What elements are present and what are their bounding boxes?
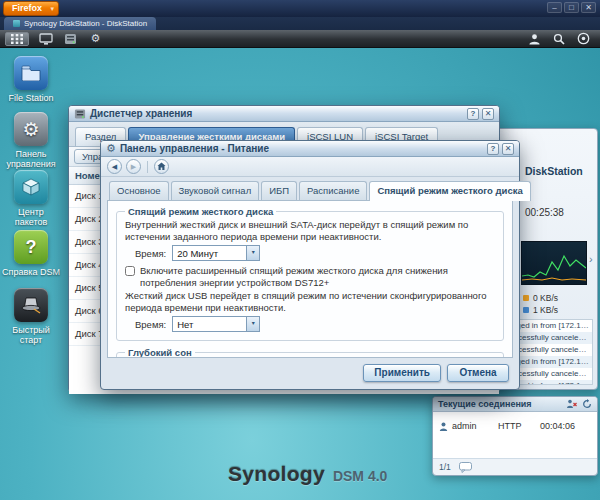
user-icon[interactable] <box>528 33 541 45</box>
dsm-help-icon: ? <box>14 230 48 264</box>
taskbar-control-panel-button[interactable]: ⚙ <box>87 32 104 46</box>
firefox-menu-button[interactable]: Firefox ▾ <box>3 1 59 16</box>
taskbar-storage-manager-button[interactable] <box>62 32 79 46</box>
dsm-taskbar: ⚙ <box>0 30 600 48</box>
download-dot-icon <box>523 307 529 313</box>
browser-tabbar: Synology DiskStation - DiskStation <box>0 17 600 30</box>
extended-hibernation-row: Включите расширенный спящий режим жестко… <box>125 265 495 288</box>
main-menu-button[interactable] <box>5 32 29 46</box>
apply-button[interactable]: Применить <box>363 364 441 382</box>
hibernation-panel: Спящий режим жесткого диска Внутренний ж… <box>107 200 513 358</box>
connections-header-icons <box>566 399 592 409</box>
extended-hibernation-label: Включите расширенный спящий режим жестко… <box>140 265 495 288</box>
net-upload-legend: 0 KB/s <box>523 293 558 303</box>
chat-bubble-icon[interactable] <box>459 462 472 473</box>
minimize-button[interactable]: – <box>547 2 562 13</box>
storage-manager-icon <box>74 108 86 120</box>
net-download-legend: 1 KB/s <box>523 305 558 315</box>
extended-hibernation-checkbox[interactable] <box>125 266 135 276</box>
show-desktop-icon <box>39 33 53 45</box>
cancel-button[interactable]: Отмена <box>447 364 509 382</box>
control-panel-titlebar[interactable]: ⚙ Панель управления - Питание ? ✕ <box>101 141 519 157</box>
time-label: Время: <box>135 319 166 330</box>
window-title: Диспетчер хранения <box>90 108 192 119</box>
disconnect-user-icon[interactable] <box>566 399 577 409</box>
tab-schedule[interactable]: Расписание <box>299 181 367 200</box>
hdd-hibernation-legend: Спящий режим жесткого диска <box>125 206 276 217</box>
back-button[interactable]: ◀ <box>107 159 122 174</box>
desktop-icon-label: Панель управления <box>6 149 55 169</box>
notifications-icon[interactable] <box>577 32 590 45</box>
usb-hibernation-text: Жесткий диск USB перейдет в спящий режим… <box>125 290 495 313</box>
usb-time-select[interactable]: Нет ▾ <box>172 316 260 332</box>
main-menu-grid-icon <box>11 34 23 44</box>
desktop-icon-label: Справка DSM <box>2 267 60 277</box>
browser-window-controls: – □ ✕ <box>547 2 596 13</box>
desktop-icon-label: Центр пакетов <box>15 207 47 227</box>
dsm-logo: Synology DSM 4.0 <box>228 462 387 486</box>
network-chart <box>521 241 587 285</box>
control-panel-window: ⚙ Панель управления - Питание ? ✕ ◀ ▶ Ос… <box>100 140 520 390</box>
desktop-icon-dsm-help[interactable]: ? Справка DSM <box>2 230 60 277</box>
window-title: Панель управления - Питание <box>120 143 269 154</box>
storage-manager-icon <box>64 33 77 45</box>
tab-beep-control[interactable]: Звуковой сигнал <box>171 181 260 200</box>
control-panel-icon: ⚙ <box>14 112 48 146</box>
file-station-icon <box>14 56 48 90</box>
desktop-icon-file-station[interactable]: File Station <box>2 56 60 103</box>
close-button[interactable]: ✕ <box>581 2 596 13</box>
package-center-icon <box>14 170 48 204</box>
usb-time-row: Время: Нет ▾ <box>125 316 495 332</box>
deep-sleep-group: Глубокий сон Включите режим глубокого сн… <box>116 347 504 358</box>
internal-time-row: Время: 20 Минут ▾ <box>125 245 495 261</box>
dialog-buttons: Применить Отмена <box>363 364 509 382</box>
help-button[interactable]: ? <box>467 108 479 120</box>
desktop-icon-label: Быстрый старт <box>12 325 50 345</box>
connections-title: Текущие соединения <box>438 399 532 409</box>
desktop-icon-control-panel[interactable]: ⚙ Панель управления <box>2 112 60 170</box>
brand-name: Synology <box>228 462 325 486</box>
browser-titlebar: Firefox ▾ – □ ✕ <box>0 0 600 17</box>
power-tabs: Основное Звуковой сигнал ИБП Расписание … <box>107 181 513 200</box>
taskbar-right-icons <box>528 32 595 45</box>
storage-titlebar[interactable]: Диспетчер хранения ? ✕ <box>69 106 499 122</box>
upload-dot-icon <box>523 295 529 301</box>
question-mark-icon: ? <box>26 237 37 258</box>
chevron-right-icon[interactable]: › <box>589 253 593 265</box>
tab-general[interactable]: Основное <box>109 181 169 200</box>
browser-tab[interactable]: Synology DiskStation - DiskStation <box>4 17 156 30</box>
forward-button[interactable]: ▶ <box>126 159 141 174</box>
desktop-icon-label: File Station <box>8 93 53 103</box>
connection-row[interactable]: admin HTTP 00:04:06 <box>433 421 597 431</box>
maximize-button[interactable]: □ <box>564 2 579 13</box>
help-button[interactable]: ? <box>487 143 499 155</box>
tab-ups[interactable]: ИБП <box>261 181 297 200</box>
close-button[interactable]: ✕ <box>502 143 514 155</box>
desktop-icon-quick-start[interactable]: Быстрый старт <box>2 288 60 346</box>
connections-footer: 1/1 <box>433 458 597 475</box>
dsm-version: DSM 4.0 <box>333 468 387 484</box>
uptime-value: 00:25:38 <box>525 207 564 218</box>
selected-value: Нет <box>177 319 193 330</box>
quick-start-icon <box>14 288 48 322</box>
close-button[interactable]: ✕ <box>482 108 494 120</box>
current-connections-widget: Текущие соединения <box>432 396 598 476</box>
dropdown-icon: ▾ <box>51 2 55 16</box>
refresh-icon[interactable] <box>582 399 592 409</box>
desktop-icon-package-center[interactable]: Центр пакетов <box>2 170 60 228</box>
dropdown-icon: ▾ <box>246 317 259 331</box>
window-buttons: ? ✕ <box>487 143 514 155</box>
search-icon[interactable] <box>553 33 565 45</box>
tab-hdd-hibernation[interactable]: Спящий режим жесткого диска <box>369 181 530 201</box>
internal-hibernation-text: Внутренний жесткий диск и внешний SATA-д… <box>125 219 495 242</box>
connection-protocol: HTTP <box>498 421 536 431</box>
internal-time-select[interactable]: 20 Минут ▾ <box>172 245 260 261</box>
toolbar-separator <box>147 161 148 173</box>
download-value: 1 KB/s <box>533 305 558 315</box>
connections-list: admin HTTP 00:04:06 <box>433 412 597 458</box>
tab-favicon-icon <box>13 20 20 27</box>
home-button[interactable] <box>154 159 169 174</box>
show-desktop-button[interactable] <box>37 32 54 46</box>
selected-value: 20 Минут <box>177 248 218 259</box>
desktop: Firefox ▾ – □ ✕ Synology DiskStation - D… <box>0 0 600 500</box>
